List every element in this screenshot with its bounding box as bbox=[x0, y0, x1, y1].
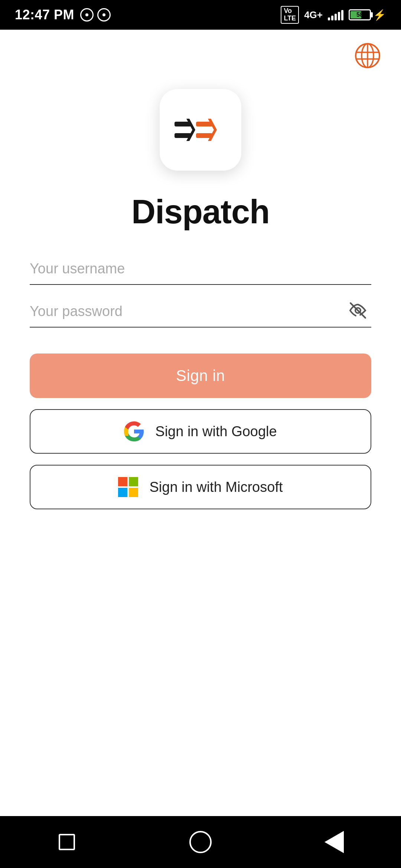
google-signin-button[interactable]: Sign in with Google bbox=[30, 409, 371, 454]
svg-point-1 bbox=[102, 13, 105, 16]
home-icon bbox=[189, 831, 212, 853]
signal-bars bbox=[328, 9, 343, 20]
eye-off-icon bbox=[348, 301, 368, 320]
battery-level: 58 bbox=[356, 11, 363, 18]
google-signin-label: Sign in with Google bbox=[155, 424, 277, 440]
back-button[interactable] bbox=[316, 827, 353, 857]
main-content: Dispatch Sign in bbox=[0, 30, 401, 816]
microsoft-icon bbox=[118, 477, 138, 497]
svg-point-0 bbox=[85, 13, 88, 16]
username-field-group bbox=[30, 253, 371, 289]
status-icons bbox=[80, 8, 111, 22]
svg-rect-14 bbox=[118, 477, 127, 486]
app-title: Dispatch bbox=[131, 193, 270, 231]
status-bar-right: VoLTE 4G+ 58 ⚡ bbox=[281, 6, 386, 24]
home-button[interactable] bbox=[182, 827, 219, 857]
recent-apps-icon bbox=[59, 834, 75, 850]
globe-icon bbox=[355, 43, 381, 69]
battery-icon: 58 bbox=[349, 9, 371, 20]
language-button[interactable] bbox=[353, 41, 382, 70]
status-bar: 12:47 PM VoLTE 4G+ bbox=[0, 0, 401, 30]
microsoft-signin-button[interactable]: Sign in with Microsoft bbox=[30, 465, 371, 509]
app-icon bbox=[160, 89, 241, 171]
sim2-icon bbox=[97, 8, 111, 22]
battery-container: 58 ⚡ bbox=[349, 9, 386, 21]
volte-badge: VoLTE bbox=[281, 6, 299, 24]
status-bar-left: 12:47 PM bbox=[15, 7, 111, 23]
google-icon bbox=[124, 421, 144, 441]
login-form: Sign in Sign in with Google Sign in with… bbox=[30, 253, 371, 509]
network-indicator: 4G+ bbox=[304, 9, 323, 21]
svg-rect-17 bbox=[129, 488, 138, 497]
status-time: 12:47 PM bbox=[15, 7, 74, 23]
password-field-group bbox=[30, 296, 371, 331]
bottom-nav-bar bbox=[0, 816, 401, 868]
password-input[interactable] bbox=[30, 296, 371, 328]
back-icon bbox=[325, 831, 344, 853]
charging-icon: ⚡ bbox=[373, 9, 386, 21]
recent-apps-button[interactable] bbox=[48, 827, 85, 857]
svg-rect-16 bbox=[118, 488, 127, 497]
password-visibility-toggle[interactable] bbox=[345, 297, 371, 325]
sim1-icon bbox=[80, 8, 94, 22]
svg-rect-15 bbox=[129, 477, 138, 486]
signin-button[interactable]: Sign in bbox=[30, 354, 371, 398]
microsoft-signin-label: Sign in with Microsoft bbox=[149, 479, 283, 495]
dispatch-logo-svg bbox=[171, 115, 230, 145]
username-input[interactable] bbox=[30, 253, 371, 285]
